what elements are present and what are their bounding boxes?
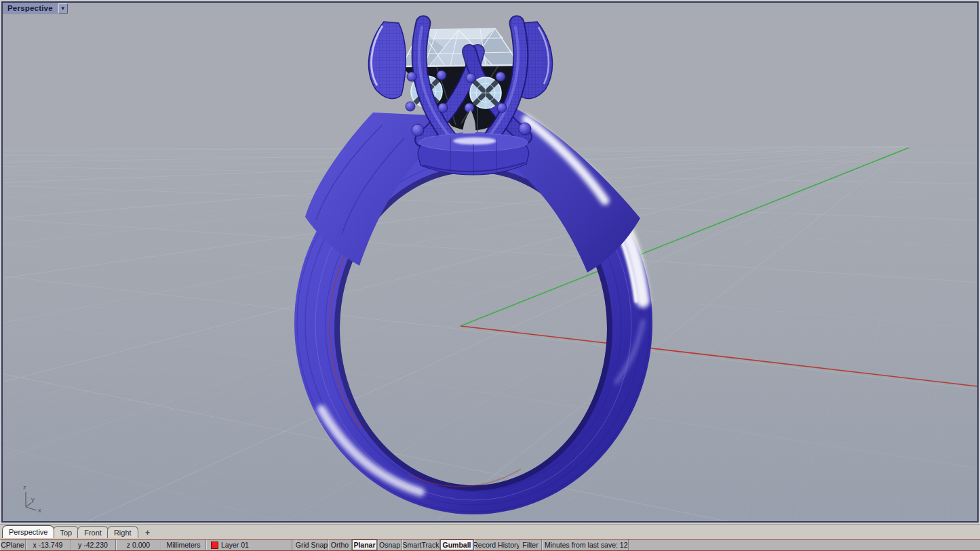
scene-canvas: z y x	[3, 3, 977, 521]
viewport-tab-bar: Perspective Top Front Right +	[0, 524, 980, 538]
statusbar-autosave-info: Minutes from last save: 125	[542, 539, 629, 550]
chevron-down-icon: ▼	[60, 5, 66, 12]
toggle-gumball[interactable]: Gumball	[440, 539, 474, 550]
viewport-dropdown-button[interactable]: ▼	[58, 3, 68, 14]
statusbar-units[interactable]: Millimeters	[161, 539, 206, 550]
side-gem-right	[470, 77, 501, 108]
toggle-record-history[interactable]: Record History	[474, 539, 520, 550]
gizmo-x-label: x	[38, 506, 41, 514]
toggle-smarttrack[interactable]: SmartTrack	[402, 539, 440, 550]
statusbar-cplane[interactable]: CPlane	[0, 539, 26, 550]
viewport-title[interactable]: Perspective ▼	[3, 3, 68, 14]
status-bar: CPlane x -13.749 y -42.230 z 0.000 Milli…	[0, 539, 980, 551]
toggle-filter[interactable]: Filter	[520, 539, 542, 550]
tab-front[interactable]: Front	[77, 526, 109, 538]
statusbar-layer[interactable]: Layer 01	[206, 539, 292, 550]
toggle-osnap[interactable]: Osnap	[378, 539, 402, 550]
collet	[418, 134, 529, 175]
toggle-ortho[interactable]: Ortho	[328, 539, 352, 550]
gizmo-z-label: z	[23, 483, 26, 491]
statusbar-y-coordinate: y -42.230	[71, 539, 116, 550]
tab-perspective[interactable]: Perspective	[2, 525, 54, 538]
add-viewport-tab-button[interactable]: +	[142, 527, 153, 538]
toggle-planar[interactable]: Planar	[352, 539, 378, 550]
gizmo-y-label: y	[31, 495, 35, 503]
statusbar-x-coordinate: x -13.749	[26, 539, 71, 550]
viewport-title-label[interactable]: Perspective	[3, 3, 58, 14]
statusbar-z-coordinate: z 0.000	[116, 539, 161, 550]
tab-top[interactable]: Top	[53, 526, 79, 538]
tab-right[interactable]: Right	[107, 526, 138, 538]
layer-name: Layer 01	[221, 541, 249, 549]
rhino-window: z y x Perspective ▼ Perspective Top Fron…	[0, 0, 980, 551]
toggle-grid-snap[interactable]: Grid Snap	[296, 539, 328, 550]
perspective-viewport[interactable]: z y x Perspective ▼	[1, 1, 979, 523]
layer-color-swatch[interactable]	[211, 542, 218, 549]
